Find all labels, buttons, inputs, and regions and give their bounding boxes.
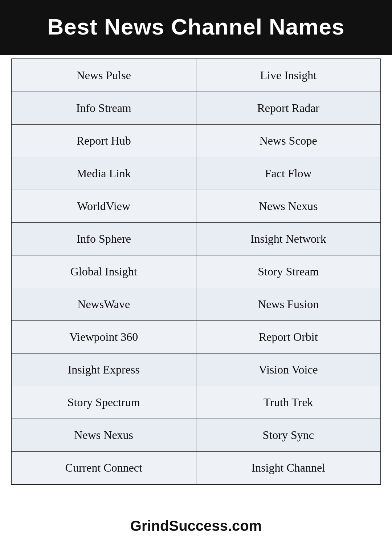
cell-col1: Media Link — [11, 157, 196, 190]
cell-col2: Story Stream — [196, 255, 381, 288]
page-footer: GrindSuccess.com — [0, 508, 392, 545]
cell-col1: Global Insight — [11, 255, 196, 288]
cell-col1: Info Sphere — [11, 223, 196, 255]
cell-col2: Insight Channel — [196, 452, 381, 485]
table-row: Viewpoint 360Report Orbit — [11, 321, 381, 354]
table-row: WorldViewNews Nexus — [11, 190, 381, 223]
table-row: NewsWaveNews Fusion — [11, 288, 381, 321]
names-table: News PulseLive InsightInfo StreamReport … — [11, 58, 381, 485]
cell-col2: Report Radar — [196, 92, 381, 125]
cell-col1: News Pulse — [11, 59, 196, 92]
table-row: Report HubNews Scope — [11, 125, 381, 157]
cell-col1: News Nexus — [11, 419, 196, 452]
cell-col1: NewsWave — [11, 288, 196, 321]
table-container: News PulseLive InsightInfo StreamReport … — [0, 58, 392, 508]
table-row: Global InsightStory Stream — [11, 255, 381, 288]
table-row: News PulseLive Insight — [11, 59, 381, 92]
cell-col2: Truth Trek — [196, 386, 381, 419]
cell-col2: Story Sync — [196, 419, 381, 452]
page-title: Best News Channel Names — [15, 14, 377, 40]
table-row: Story SpectrumTruth Trek — [11, 386, 381, 419]
cell-col1: Insight Express — [11, 354, 196, 386]
cell-col1: Viewpoint 360 — [11, 321, 196, 354]
cell-col2: Report Orbit — [196, 321, 381, 354]
cell-col2: News Fusion — [196, 288, 381, 321]
table-row: Info StreamReport Radar — [11, 92, 381, 125]
cell-col2: News Nexus — [196, 190, 381, 223]
cell-col1: Info Stream — [11, 92, 196, 125]
cell-col2: Fact Flow — [196, 157, 381, 190]
cell-col1: Report Hub — [11, 125, 196, 157]
cell-col1: Story Spectrum — [11, 386, 196, 419]
table-row: News NexusStory Sync — [11, 419, 381, 452]
table-row: Insight ExpressVision Voice — [11, 354, 381, 386]
cell-col2: Insight Network — [196, 223, 381, 255]
footer-text: GrindSuccess.com — [130, 518, 262, 534]
cell-col2: Vision Voice — [196, 354, 381, 386]
table-row: Media LinkFact Flow — [11, 157, 381, 190]
cell-col1: WorldView — [11, 190, 196, 223]
cell-col2: Live Insight — [196, 59, 381, 92]
table-row: Info SphereInsight Network — [11, 223, 381, 255]
table-row: Current ConnectInsight Channel — [11, 452, 381, 485]
page-header: Best News Channel Names — [0, 0, 392, 55]
cell-col2: News Scope — [196, 125, 381, 157]
cell-col1: Current Connect — [11, 452, 196, 485]
